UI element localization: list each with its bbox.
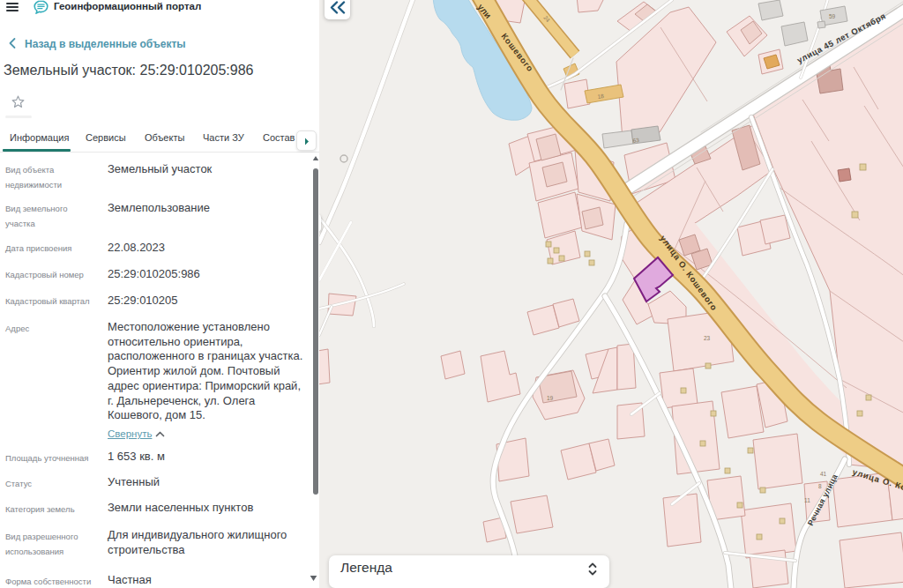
- svg-text:11: 11: [804, 497, 810, 503]
- svg-text:18: 18: [597, 93, 605, 100]
- svg-text:19: 19: [547, 395, 554, 401]
- svg-text:63: 63: [632, 137, 640, 144]
- svg-text:23: 23: [704, 335, 711, 341]
- svg-text:59: 59: [829, 13, 836, 19]
- svg-text:8: 8: [818, 483, 822, 489]
- svg-text:41: 41: [820, 471, 827, 477]
